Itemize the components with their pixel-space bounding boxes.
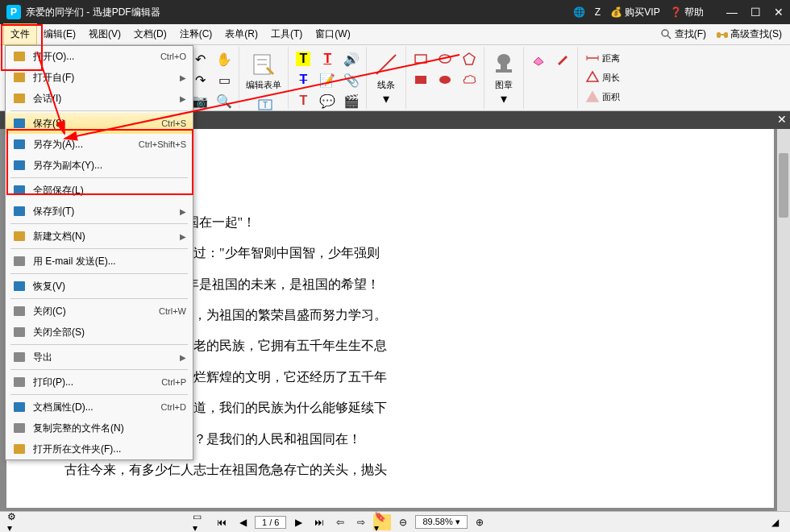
zoom-in-status[interactable]: ⊕ xyxy=(471,514,489,530)
submenu-arrow-icon: ▶ xyxy=(180,73,186,82)
menu-edit[interactable]: 编辑(E) xyxy=(37,24,82,44)
svg-marker-35 xyxy=(587,92,598,102)
nav-fwd-button[interactable]: ⇨ xyxy=(352,514,370,530)
resize-grip-icon[interactable]: ◢ xyxy=(766,514,784,530)
options-icon[interactable]: ⚙ ▾ xyxy=(6,514,24,530)
loupe-icon[interactable]: 🔍 xyxy=(213,90,235,111)
menu-separator xyxy=(10,177,188,178)
callout-icon[interactable]: 💬 xyxy=(316,90,339,111)
menu-item-shortcut: Ctrl+S xyxy=(161,118,186,128)
file-menu-item-email[interactable]: 用 E-mail 发送(E)... xyxy=(6,251,193,272)
save-icon xyxy=(12,116,27,131)
sound-icon[interactable]: 🔊 xyxy=(340,48,363,69)
perimeter-button[interactable]: 周长 xyxy=(581,68,623,87)
file-menu-item-print[interactable]: 打印(P)...Ctrl+P xyxy=(6,372,193,393)
next-page-button[interactable]: ▶ xyxy=(289,514,307,530)
file-menu-item-open-from[interactable]: 打开自(F)▶ xyxy=(6,67,193,88)
note-icon[interactable]: 📝 xyxy=(316,69,339,90)
window-title: 亲爱的同学们 - 迅捷PDF编辑器 xyxy=(26,6,573,19)
file-menu-item-open[interactable]: 打开(O)...Ctrl+O xyxy=(6,46,193,67)
nav-back-button[interactable]: ⇦ xyxy=(331,514,349,530)
menu-document[interactable]: 文档(D) xyxy=(127,24,173,44)
edit-form-button[interactable]: 编辑表单 xyxy=(243,48,285,94)
print-icon xyxy=(12,375,27,389)
pencil-icon[interactable] xyxy=(551,48,574,69)
save-as-icon xyxy=(12,137,27,152)
svg-rect-51 xyxy=(14,402,25,412)
menu-item-label: 用 E-mail 发送(E)... xyxy=(33,255,186,268)
menu-separator xyxy=(10,369,188,370)
menu-file[interactable]: 文件 xyxy=(3,23,37,45)
menu-item-label: 复制完整的文件名(N) xyxy=(33,422,186,435)
lines-button[interactable]: 线条 ▾ xyxy=(370,48,402,110)
layout-icon[interactable]: ▭ ▾ xyxy=(192,514,210,530)
page-indicator[interactable]: 1 / 6 xyxy=(255,516,286,529)
file-menu-item-revert[interactable]: 恢复(V) xyxy=(6,276,193,297)
menu-separator xyxy=(10,223,188,224)
file-menu-item-save-all[interactable]: 全部保存(L) xyxy=(6,180,193,201)
maximize-button[interactable]: ☐ xyxy=(750,6,761,19)
stamp-button[interactable]: 图章 ▾ xyxy=(488,48,520,110)
cloud-shape-icon[interactable] xyxy=(458,69,480,90)
file-menu-item-session[interactable]: 会话(I)▶ xyxy=(6,88,193,109)
copy-name-icon xyxy=(12,421,27,435)
globe-icon[interactable]: 🌐 xyxy=(573,6,585,18)
video-icon[interactable]: 🎬 xyxy=(340,90,363,111)
menu-separator xyxy=(10,394,188,395)
area-button[interactable]: 面积 xyxy=(581,88,623,107)
file-menu-item-save[interactable]: 保存(S)Ctrl+S xyxy=(6,113,193,134)
menu-comment[interactable]: 注释(C) xyxy=(173,24,219,44)
oval-shape-icon[interactable] xyxy=(434,48,456,69)
menu-window[interactable]: 窗口(W) xyxy=(309,24,356,44)
menu-item-label: 另存为(A)... xyxy=(33,138,139,152)
user-label[interactable]: Z xyxy=(595,6,601,18)
file-menu-item-save-to[interactable]: 保存到(T)▶ xyxy=(6,201,193,222)
highlight-icon[interactable]: T xyxy=(292,48,314,69)
vip-button[interactable]: 💰 购买VIP xyxy=(610,6,660,19)
file-menu-item-copy-name[interactable]: 复制完整的文件名(N) xyxy=(6,418,193,438)
file-menu-item-save-copy[interactable]: 另存为副本(Y)... xyxy=(6,155,193,176)
menu-tools[interactable]: 工具(T) xyxy=(264,24,309,44)
tab-close-icon[interactable]: ✕ xyxy=(777,113,787,126)
hand-tool-icon[interactable]: ✋ xyxy=(213,48,235,69)
select-tool-icon[interactable]: ▭ xyxy=(213,69,235,90)
bookmark-icon[interactable]: 🔖 ▾ xyxy=(373,514,391,530)
file-menu-item-close[interactable]: 关闭(C)Ctrl+W xyxy=(6,301,193,322)
distance-button[interactable]: 距离 xyxy=(581,48,623,68)
typewriter-icon[interactable]: T xyxy=(292,90,314,111)
menu-item-label: 保存到(T) xyxy=(33,205,180,218)
menu-item-label: 恢复(V) xyxy=(33,280,186,293)
underline-icon[interactable]: T xyxy=(316,48,339,69)
svg-marker-34 xyxy=(587,72,598,81)
polygon-shape-icon[interactable] xyxy=(458,48,480,69)
attach-icon[interactable]: 📎 xyxy=(340,69,363,90)
file-menu-item-export[interactable]: 导出▶ xyxy=(6,347,193,368)
binoculars-icon xyxy=(716,28,729,41)
scrollbar-thumb[interactable] xyxy=(779,153,788,218)
file-menu-item-properties[interactable]: 文档属性(D)...Ctrl+D xyxy=(6,397,193,418)
zoom-out-status[interactable]: ⊖ xyxy=(394,514,412,530)
strikeout-icon[interactable]: T xyxy=(292,69,314,90)
menu-form[interactable]: 表单(R) xyxy=(218,24,264,44)
rect-fill-icon[interactable] xyxy=(410,69,432,90)
minimize-button[interactable]: — xyxy=(726,6,738,19)
rect-shape-icon[interactable] xyxy=(410,48,432,69)
last-page-button[interactable]: ⏭ xyxy=(310,514,328,530)
file-menu-item-save-as[interactable]: 另存为(A)...Ctrl+Shift+S xyxy=(6,134,193,155)
file-menu-item-close-all[interactable]: 关闭全部(S) xyxy=(6,322,193,343)
menu-item-label: 文档属性(D)... xyxy=(33,401,161,414)
oval-fill-icon[interactable] xyxy=(434,69,456,90)
prev-page-button[interactable]: ◀ xyxy=(234,514,252,530)
svg-rect-41 xyxy=(14,160,25,170)
menu-view[interactable]: 视图(V) xyxy=(82,24,127,44)
zoom-indicator[interactable]: 89.58% ▾ xyxy=(415,515,467,529)
vertical-scrollbar[interactable] xyxy=(777,129,790,511)
first-page-button[interactable]: ⏮ xyxy=(213,514,231,530)
help-button[interactable]: ❓ 帮助 xyxy=(670,6,704,19)
close-button[interactable]: ✕ xyxy=(774,6,784,19)
file-menu-item-open-folder[interactable]: 打开所在文件夹(F)... xyxy=(6,438,193,459)
file-menu-item-new-doc[interactable]: 新建文档(N)▶ xyxy=(6,226,193,247)
eraser-icon[interactable] xyxy=(527,48,550,69)
adv-find-button[interactable]: 高级查找(S) xyxy=(711,27,787,41)
find-button[interactable]: 查找(F) xyxy=(655,27,711,41)
